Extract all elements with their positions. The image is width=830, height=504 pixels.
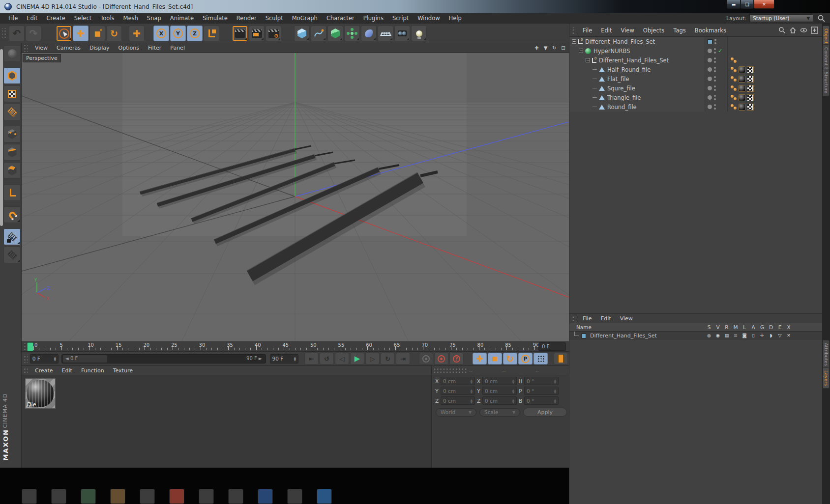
taskbar-app-1[interactable] [22,489,37,504]
search-icon[interactable] [818,15,825,22]
close-button[interactable]: ✕ [754,0,774,9]
spinner-arrows-icon[interactable]: ▲▼ [554,389,556,393]
taskbar-app-5[interactable] [140,489,155,504]
minimize-button[interactable]: ▬ [727,0,741,9]
viewport-menu-item-display[interactable]: Display [85,45,114,51]
toggle-view-view-icon[interactable]: ⊡ [560,44,567,52]
menu-item-mesh[interactable]: Mesh [119,15,143,22]
add-deformer-button[interactable] [361,26,377,41]
viewport-menu-item-filter[interactable]: Filter [144,45,166,51]
viewport-menu-item-cameras[interactable]: Cameras [52,45,85,51]
move-button[interactable] [73,26,89,41]
timeline-ruler[interactable]: 051015202530354045505560657075808590 0 F [22,341,569,352]
phong-tag[interactable] [731,67,737,73]
apply-button[interactable]: Apply [523,408,567,417]
object-cell[interactable]: −Different_Hand_Files_Set [569,56,705,65]
lock-workplane-button[interactable] [3,228,21,245]
rotate-button[interactable] [106,26,122,41]
layer-chip[interactable] [708,39,712,44]
add-icon[interactable] [811,27,818,34]
menu-item-sculpt[interactable]: Sculpt [261,15,288,22]
visibility-dots[interactable] [714,57,716,63]
texture-tag[interactable] [739,76,745,83]
uvw-tag[interactable] [747,94,754,101]
add-camera-button[interactable] [394,26,410,41]
layer-color-chip[interactable] [581,334,586,338]
menu-item-plugins[interactable]: Plugins [359,15,388,22]
live-selection-button[interactable] [56,26,72,41]
model-mode-button[interactable] [3,67,21,84]
orbit-view-icon[interactable]: ↻ [551,44,558,52]
layers-menu-item-view[interactable]: View [616,315,637,322]
redo-button[interactable] [26,26,41,41]
menu-item-edit[interactable]: Edit [22,15,42,22]
home-icon[interactable] [789,27,797,34]
prev-frame-button[interactable]: ◁ [335,353,349,364]
spinner-arrows-icon[interactable]: ▲▼ [512,379,514,384]
e-toggle-icon[interactable]: ▽ [776,333,784,338]
position-field[interactable]: 0 cm▲▼ [441,377,475,385]
lock-y-button[interactable] [170,26,186,41]
dolly-view-icon[interactable]: ▼ [542,44,549,52]
maximize-button[interactable]: ❑ [741,0,754,9]
object-manager-menu-item-bookmarks[interactable]: Bookmarks [690,27,731,34]
timeline-film-button[interactable] [554,353,568,364]
expander-toggle[interactable]: − [572,39,576,44]
taskbar-app-3[interactable] [81,489,96,504]
key-rotation-button[interactable] [503,353,517,364]
spinner-arrows-icon[interactable]: ▲▼ [294,356,296,361]
spinner-arrows-icon[interactable]: ▲▼ [554,379,556,384]
rotation-field[interactable]: 0 °▲▼ [524,377,559,385]
lock-z-button[interactable] [187,26,203,41]
space-dropdown[interactable]: World ▼ [436,408,476,417]
make-editable-button[interactable] [3,45,21,62]
go-start-button[interactable]: ⇤ [304,353,319,364]
menu-item-script[interactable]: Script [388,15,413,22]
menu-item-create[interactable]: Create [42,15,70,22]
camera-label[interactable]: Perspective [23,54,61,62]
materials-menu-item-function[interactable]: Function [77,367,109,374]
state-dot[interactable] [708,86,712,90]
spinner-arrows-icon[interactable]: ▲▼ [470,398,473,403]
panel-grip[interactable] [24,354,28,363]
add-cube-button[interactable] [294,26,310,41]
menu-item-simulate[interactable]: Simulate [198,15,232,22]
undo-button[interactable] [9,26,25,41]
spinner-arrows-icon[interactable]: ▲▼ [554,398,556,403]
render-view-button[interactable] [232,26,248,41]
visibility-dots[interactable] [714,85,716,91]
layers-menu-item-file[interactable]: File [578,315,596,322]
viewport-menu-item-panel[interactable]: Panel [166,45,189,51]
menu-item-select[interactable]: Select [70,15,96,22]
object-cell[interactable]: Half_Round_file [569,65,705,74]
size-field[interactable]: 0 cm▲▼ [482,387,517,395]
viewport-menu-item-view[interactable]: View [30,45,52,51]
taskbar-app-8[interactable] [228,489,243,504]
coordinate-system-button[interactable] [204,26,219,41]
viewport-canvas[interactable]: Y Z X [22,53,569,341]
x-toggle-icon[interactable]: ✕ [785,333,793,338]
taskbar-app-11[interactable] [317,489,332,504]
texture-tag[interactable] [739,94,745,101]
playhead[interactable] [27,342,33,351]
palette-scrollbar[interactable] [0,49,3,226]
uvw-tag[interactable] [747,85,754,92]
d-toggle-icon[interactable]: ◗ [767,333,775,338]
panel-grip[interactable] [571,315,576,322]
layout-select[interactable]: Startup (User) ▼ [749,14,813,22]
pan-view-icon[interactable]: ✚ [533,44,540,52]
key-scale-button[interactable] [488,353,502,364]
key-parameter-button[interactable] [518,353,533,364]
menu-item-character[interactable]: Character [322,15,359,22]
phong-tag[interactable] [731,85,737,91]
state-dot[interactable] [708,67,712,72]
add-environment-button[interactable] [378,26,393,41]
add-spline-button[interactable] [311,26,326,41]
mode-dropdown[interactable]: Scale ▼ [479,408,520,417]
menu-item-mograph[interactable]: MoGraph [288,15,322,22]
add-light-button[interactable] [411,26,427,41]
layer-row-different-hand-files-set[interactable]: Different_Hand_Files_Set●◉▤≡◙▯✛◗▽✕ [569,332,823,340]
size-field[interactable]: 0 cm▲▼ [482,377,517,385]
next-key-button[interactable]: ↻ [381,353,395,364]
object-cell[interactable]: −HyperNURBS [569,46,705,56]
